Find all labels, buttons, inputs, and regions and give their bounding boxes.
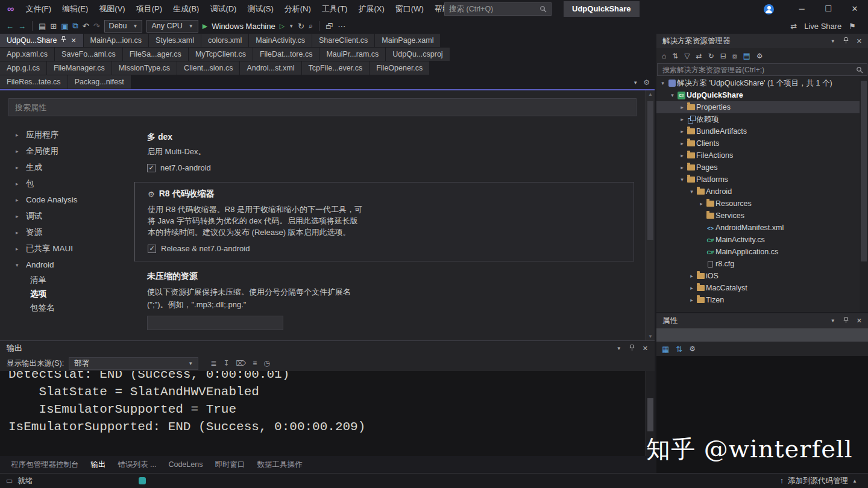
window-position-chevron-icon[interactable]: ▼ <box>831 39 835 44</box>
menu-edit[interactable]: 编辑(E) <box>57 0 93 18</box>
doc-tab[interactable]: Styles.xaml <box>149 34 201 48</box>
timestamp-icon[interactable]: ◷ <box>263 359 269 368</box>
tree-item-mainapplication[interactable]: C#MainApplication.cs <box>656 246 860 258</box>
tree-item-mainactivity[interactable]: C#MainActivity.cs <box>656 234 860 246</box>
chevron-right-icon[interactable]: ▸ <box>678 140 686 146</box>
solution-explorer-scrollbar[interactable] <box>860 77 868 312</box>
close-icon[interactable]: ✕ <box>643 345 648 352</box>
nav-item-manifest[interactable]: 清单 <box>8 273 138 287</box>
menu-test[interactable]: 测试(S) <box>242 0 278 18</box>
uncompressed-resources-input[interactable] <box>147 316 283 330</box>
solution-explorer-search[interactable] <box>657 63 867 76</box>
tree-item-platforms[interactable]: ▾Platforms <box>656 174 860 186</box>
close-icon[interactable]: ✕ <box>857 37 862 45</box>
show-all-files-icon[interactable]: ⧈ <box>732 52 737 60</box>
doc-tab[interactable]: TcpFile...ever.cs <box>302 61 370 75</box>
properties-search-input[interactable] <box>8 98 637 116</box>
menu-extensions[interactable]: 扩展(X) <box>353 0 389 18</box>
feedback-icon[interactable]: ⚑ <box>849 22 856 31</box>
undo-icon[interactable]: ↶ <box>83 22 89 31</box>
tool-tab-immediate-window[interactable]: 即时窗口 <box>210 456 250 473</box>
autoscroll-icon[interactable]: ↧ <box>223 359 229 368</box>
tree-item-r8cfg[interactable]: r8.cfg <box>656 258 860 270</box>
home-icon[interactable]: ⌂ <box>662 52 666 60</box>
nav-item-global-usings[interactable]: ▸全局使用 <box>8 143 138 159</box>
refresh-icon[interactable]: ↻ <box>708 52 714 60</box>
tool-tab-error-list[interactable]: 错误列表 ... <box>113 456 162 473</box>
tool-tab-output[interactable]: 输出 <box>86 456 111 473</box>
editor-vertical-scrollbar[interactable]: ▲ ▼ <box>646 90 655 340</box>
chevron-right-icon[interactable]: ▸ <box>678 116 686 122</box>
find-in-files-icon[interactable]: ⌕ <box>309 21 313 31</box>
tree-item-dependencies[interactable]: ▸依赖项 <box>656 113 860 125</box>
tool-tab-data-tools[interactable]: 数据工具操作 <box>252 456 307 473</box>
chevron-right-icon[interactable]: ▸ <box>697 201 705 207</box>
close-tab-icon[interactable]: ✕ <box>71 37 76 45</box>
debug-target-label[interactable]: Windows Machine <box>212 22 275 31</box>
doc-tab[interactable]: MauiPr...ram.cs <box>319 48 386 61</box>
properties-object-dropdown[interactable] <box>656 328 868 342</box>
doc-tab[interactable]: MainActivity.cs <box>249 34 312 48</box>
chevron-down-icon[interactable]: ▾ <box>668 92 676 98</box>
scrollbar-thumb[interactable] <box>861 81 867 261</box>
doc-tab[interactable]: colors.xml <box>201 34 249 48</box>
window-position-chevron-icon[interactable]: ▼ <box>831 318 835 324</box>
solution-explorer-search-input[interactable] <box>658 66 856 74</box>
tree-item-pages[interactable]: ▸Pages <box>656 161 860 174</box>
r8-checkbox[interactable]: ✓ <box>148 245 156 253</box>
multidex-checkbox[interactable]: ✓ <box>147 164 156 172</box>
preview-selected-items-icon[interactable]: ▤ <box>743 51 750 60</box>
tree-item-udpquickshare-project[interactable]: ▾C#UdpQuickShare <box>656 89 860 101</box>
menu-tools[interactable]: 工具(T) <box>316 0 353 18</box>
quick-search-box[interactable]: 搜索 (Ctrl+Q) <box>444 2 552 16</box>
doc-tab[interactable]: MainAp...ion.cs <box>84 34 149 48</box>
menu-build[interactable]: 生成(B) <box>168 0 204 18</box>
chevron-right-icon[interactable]: ▸ <box>678 128 686 134</box>
doc-tab[interactable]: FileSa...ager.cs <box>123 48 189 61</box>
pin-icon[interactable] <box>61 36 66 45</box>
filter-icon[interactable]: ▽ <box>684 52 690 60</box>
new-project-icon[interactable]: ▤ <box>39 22 46 31</box>
doc-tab[interactable]: MissionType.cs <box>112 61 177 75</box>
nav-item-application[interactable]: ▸应用程序 <box>8 127 138 143</box>
chevron-up-icon[interactable]: ▲ <box>852 478 857 484</box>
nav-item-debug[interactable]: ▸调试 <box>8 208 138 224</box>
tree-item-properties[interactable]: ▸Properties <box>656 101 860 113</box>
add-to-source-control-button[interactable]: 添加到源代码管理 <box>788 476 848 486</box>
chevron-right-icon[interactable]: ▸ <box>688 285 696 291</box>
tree-item-android[interactable]: ▾Android <box>656 186 860 198</box>
solution-platform-dropdown[interactable]: Any CPU ▼ <box>146 20 198 33</box>
redo-icon[interactable]: ↷ <box>93 22 100 31</box>
minimize-button[interactable]: ─ <box>788 0 815 18</box>
live-share-label[interactable]: Live Share <box>804 22 841 31</box>
tree-item-fileactions[interactable]: ▸FileActions <box>656 149 860 161</box>
background-task-icon[interactable] <box>139 477 146 484</box>
sync-with-active-document-icon[interactable]: ⇄ <box>696 52 702 60</box>
tree-item-maccatalyst[interactable]: ▸MacCatalyst <box>656 282 860 294</box>
doc-tab[interactable]: FileDat...tore.cs <box>253 48 320 61</box>
properties-gear-icon[interactable]: ⚙ <box>756 52 763 60</box>
nav-item-package-signing[interactable]: 包签名 <box>8 301 138 314</box>
open-file-icon[interactable]: ⊞ <box>50 22 57 31</box>
tree-item-services[interactable]: Services <box>656 210 860 222</box>
word-wrap-icon[interactable]: ≡ <box>253 359 257 368</box>
doc-tab[interactable]: SaveFo...aml.cs <box>55 48 123 61</box>
solution-explorer-toolbar-icon[interactable]: 🗗 <box>326 22 333 31</box>
tree-item-tizen[interactable]: ▸Tizen <box>656 294 860 306</box>
chevron-right-icon[interactable]: ▸ <box>688 273 696 279</box>
solution-configuration-dropdown[interactable]: Debu ▼ <box>104 20 143 33</box>
nav-item-package[interactable]: ▸包 <box>8 175 138 192</box>
doc-tab-active[interactable]: UdpQu...Share ✕ <box>0 34 84 48</box>
tree-item-androidmanifest[interactable]: <>AndroidManifest.xml <box>656 222 860 234</box>
doc-tab[interactable]: MainPage.xaml <box>375 34 441 48</box>
toolbar-options-icon[interactable]: ⋯ <box>338 22 345 31</box>
tree-item-clients[interactable]: ▸Clients <box>656 137 860 149</box>
doc-tab[interactable]: MyTcpClient.cs <box>189 48 253 61</box>
output-text-area[interactable]: DetectSlat: END (Success, 0:00:00.01) Sl… <box>0 371 646 456</box>
window-position-chevron-icon[interactable]: ▼ <box>617 346 621 351</box>
close-button[interactable]: ✕ <box>841 0 868 18</box>
chevron-down-icon[interactable]: ▾ <box>659 80 667 86</box>
navigate-forward-icon[interactable]: → <box>18 22 26 31</box>
menu-file[interactable]: 文件(F) <box>20 0 57 18</box>
doc-tab[interactable]: ShareClient.cs <box>312 34 375 48</box>
